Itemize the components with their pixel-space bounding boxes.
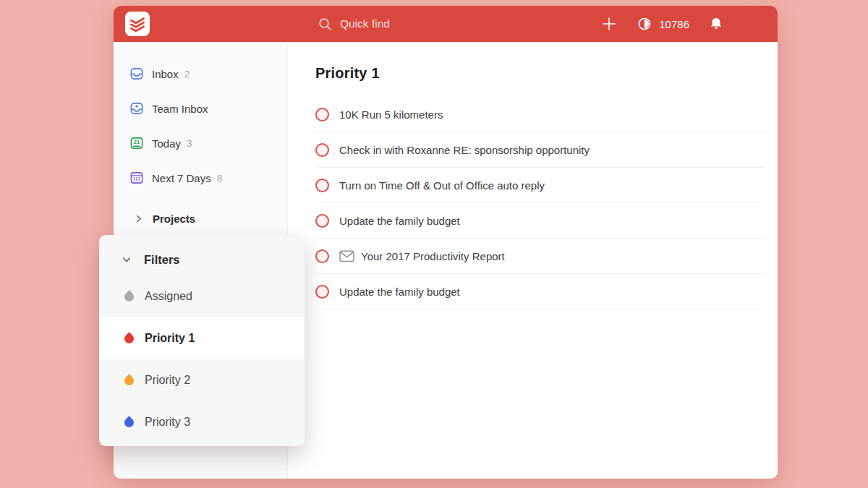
search-placeholder: Quick find	[340, 17, 390, 30]
droplet-icon	[121, 418, 137, 427]
sidebar-item-today[interactable]: 21 Today 3	[114, 126, 287, 160]
filter-item-assigned[interactable]: Assigned	[99, 275, 305, 317]
app-header: Quick find 10786	[114, 6, 778, 42]
filter-item-priority-2[interactable]: Priority 2	[99, 359, 305, 401]
task-row[interactable]: Your 2017 Productivity Report	[315, 239, 765, 274]
sidebar-item-label: Projects	[153, 213, 195, 225]
header-actions: 10786	[600, 6, 724, 42]
inbox-icon	[129, 66, 145, 82]
sidebar-item-next-7-days[interactable]: Next 7 Days 8	[114, 160, 287, 195]
karma-score-button[interactable]: 10786	[637, 16, 689, 32]
search-input[interactable]: Quick find	[318, 6, 390, 42]
next-7-days-icon	[129, 170, 145, 186]
task-checkbox[interactable]	[315, 249, 329, 263]
task-row[interactable]: 10K Run 5 kilometers	[315, 97, 765, 132]
filters-panel: Filters Assigned Priority 1 Priority 2 P…	[99, 235, 305, 446]
filter-item-priority-1[interactable]: Priority 1	[99, 317, 305, 359]
task-row[interactable]: Check in with Roxanne RE: sponsorship op…	[315, 132, 765, 168]
plus-icon	[600, 15, 618, 33]
task-checkbox[interactable]	[315, 179, 329, 192]
task-list: 10K Run 5 kilometers Check in with Roxan…	[315, 97, 765, 309]
karma-count: 10786	[659, 18, 689, 30]
task-row[interactable]: Turn on Time Off & Out of Office auto re…	[315, 168, 765, 203]
filter-item-label: Priority 3	[145, 416, 190, 429]
filter-item-label: Assigned	[145, 290, 192, 303]
sidebar-item-count: 2	[184, 69, 190, 80]
droplet-icon	[121, 334, 137, 343]
task-text: Your 2017 Productivity Report	[361, 250, 505, 262]
sidebar-item-label: Today	[152, 137, 181, 150]
filters-title: Filters	[144, 253, 180, 267]
chevron-down-icon	[121, 254, 132, 265]
sidebar-item-label: Next 7 Days	[152, 172, 211, 184]
task-text: 10K Run 5 kilometers	[339, 108, 443, 121]
sidebar-item-projects[interactable]: Projects	[114, 201, 287, 236]
task-row[interactable]: Update the family budget	[315, 274, 765, 309]
sidebar-item-label: Inbox	[152, 68, 179, 80]
home-button[interactable]	[125, 12, 150, 36]
team-inbox-icon	[129, 100, 145, 116]
karma-icon	[637, 16, 652, 32]
task-text: Check in with Roxanne RE: sponsorship op…	[339, 144, 590, 156]
filter-item-label: Priority 2	[145, 374, 190, 387]
task-text: Turn on Time Off & Out of Office auto re…	[339, 179, 545, 192]
sidebar-item-inbox[interactable]: Inbox 2	[114, 56, 287, 91]
filter-item-label: Priority 1	[145, 332, 195, 345]
task-checkbox[interactable]	[315, 108, 329, 121]
svg-text:21: 21	[134, 139, 140, 145]
sidebar-item-count: 8	[217, 173, 223, 184]
task-checkbox[interactable]	[315, 285, 329, 299]
notifications-button[interactable]	[708, 16, 724, 33]
task-checkbox[interactable]	[315, 214, 329, 228]
today-calendar-icon: 21	[129, 135, 145, 151]
bell-icon	[708, 16, 724, 33]
sidebar-item-label: Team Inbox	[152, 103, 208, 115]
filter-item-priority-3[interactable]: Priority 3	[99, 401, 305, 443]
task-checkbox[interactable]	[315, 143, 329, 157]
main-content: Priority 1 10K Run 5 kilometers Check in…	[288, 42, 778, 479]
chevron-right-icon	[133, 213, 144, 224]
task-text: Update the family budget	[339, 215, 460, 227]
email-icon	[339, 250, 354, 262]
filters-section-header[interactable]: Filters	[99, 244, 305, 275]
droplet-icon	[121, 292, 137, 301]
page-title: Priority 1	[315, 65, 765, 82]
sidebar-item-team-inbox[interactable]: Team Inbox	[114, 91, 287, 126]
task-row[interactable]: Update the family budget	[315, 203, 765, 239]
droplet-icon	[121, 376, 137, 385]
search-icon	[318, 17, 333, 32]
todoist-logo-icon	[129, 15, 146, 33]
add-task-button[interactable]	[600, 15, 618, 33]
sidebar-item-count: 3	[187, 138, 192, 149]
task-text: Update the family budget	[339, 286, 460, 298]
